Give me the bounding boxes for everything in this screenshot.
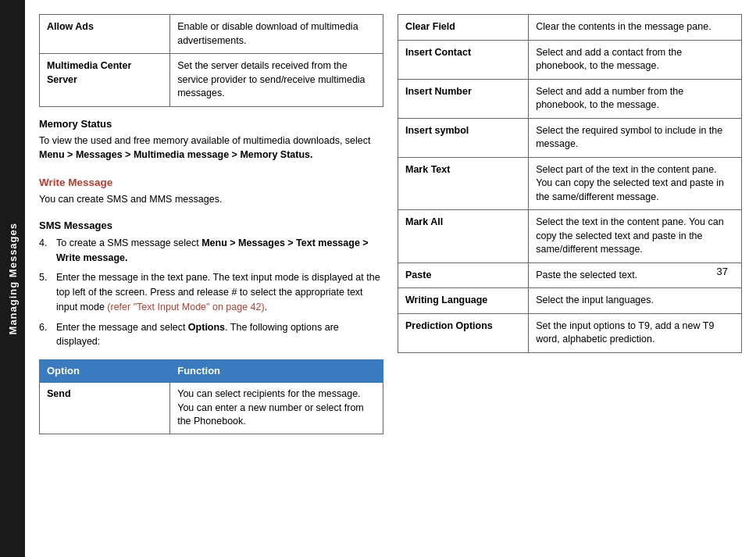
right-table-def: Select and add a number from the phonebo… bbox=[529, 79, 742, 118]
left-table-def: Set the server details received from the… bbox=[170, 54, 383, 107]
left-table-def: Enable or disable download of multimedia… bbox=[170, 15, 383, 54]
step-4-text: To create a SMS message select Menu > Me… bbox=[56, 236, 383, 266]
right-table-term: Insert symbol bbox=[398, 118, 529, 157]
step-4: 4. To create a SMS message select Menu >… bbox=[39, 236, 383, 266]
right-table-def: Select and add a contact from the phoneb… bbox=[529, 40, 742, 79]
step-4-num: 4. bbox=[39, 236, 52, 266]
memory-status-title: Memory Status bbox=[39, 118, 383, 130]
right-table-term: Clear Field bbox=[398, 15, 529, 41]
step-5-num: 5. bbox=[39, 270, 52, 314]
options-header-option: Option bbox=[40, 360, 170, 383]
step-5-link[interactable]: (refer "Text Input Mode" on page 42) bbox=[107, 302, 264, 312]
left-table-term: Multimedia Center Server bbox=[40, 54, 170, 107]
step-5: 5. Enter the message in the text pane. T… bbox=[39, 270, 383, 314]
step-5-text: Enter the message in the text pane. The … bbox=[56, 270, 383, 314]
options-table: Option Function SendYou can select recip… bbox=[39, 359, 383, 434]
write-message-title: Write Message bbox=[39, 177, 383, 188]
step-6-text: Enter the message and select Options. Th… bbox=[56, 320, 383, 350]
sidebar: Managing Messages bbox=[0, 0, 25, 557]
right-table-def: Select the text in the content pane. You… bbox=[529, 210, 742, 263]
right-table-term: Paste bbox=[398, 262, 529, 288]
sms-messages-title: SMS Messages bbox=[39, 220, 383, 231]
option-term: Send bbox=[40, 383, 170, 434]
right-table-def: Select part of the text in the content p… bbox=[529, 157, 742, 210]
right-table: Clear FieldClear the contents in the mes… bbox=[398, 14, 742, 353]
right-table-def: Clear the contents in the message pane. bbox=[529, 15, 742, 41]
right-column: Clear FieldClear the contents in the mes… bbox=[398, 14, 742, 543]
right-table-def: Select the input languages. bbox=[529, 288, 742, 314]
sidebar-label: Managing Messages bbox=[7, 223, 19, 334]
memory-status-body: To view the used and free memory availab… bbox=[39, 134, 383, 163]
page-number: 37 bbox=[717, 266, 728, 277]
right-table-term: Mark All bbox=[398, 210, 529, 263]
right-table-term: Writing Language bbox=[398, 288, 529, 314]
right-table-def: Select the required symbol to include in… bbox=[529, 118, 742, 157]
right-table-term: Mark Text bbox=[398, 157, 529, 210]
left-top-table: Allow AdsEnable or disable download of m… bbox=[39, 14, 383, 107]
right-table-term: Insert Contact bbox=[398, 40, 529, 79]
right-table-term: Insert Number bbox=[398, 79, 529, 118]
left-table-term: Allow Ads bbox=[40, 15, 170, 54]
option-function: You can select recipients for the messag… bbox=[170, 383, 383, 434]
steps-list: 4. To create a SMS message select Menu >… bbox=[39, 236, 383, 355]
step-6: 6. Enter the message and select Options.… bbox=[39, 320, 383, 350]
left-column: Allow AdsEnable or disable download of m… bbox=[39, 14, 383, 543]
right-table-def: Set the input options to T9, add a new T… bbox=[529, 313, 742, 352]
main-content: Allow AdsEnable or disable download of m… bbox=[25, 0, 756, 557]
step-6-num: 6. bbox=[39, 320, 52, 350]
right-table-term: Prediction Options bbox=[398, 313, 529, 352]
options-header-function: Function bbox=[170, 360, 383, 383]
write-message-body: You can create SMS and MMS messages. bbox=[39, 192, 383, 207]
right-table-def: Paste the selected text. bbox=[529, 262, 742, 288]
